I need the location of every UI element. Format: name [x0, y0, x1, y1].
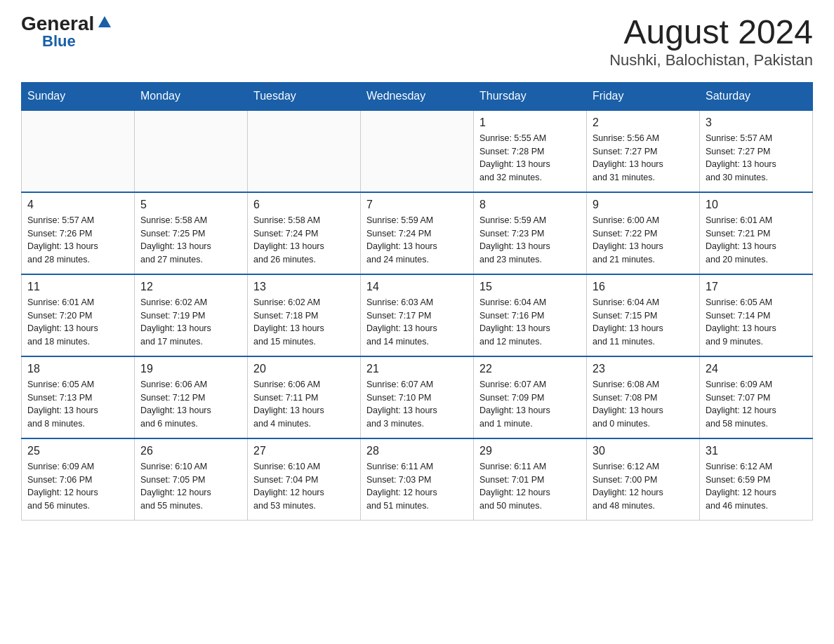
day-number: 19: [140, 363, 241, 375]
day-number: 2: [593, 116, 694, 129]
day-info: Sunrise: 5:58 AMSunset: 7:25 PMDaylight:…: [140, 214, 241, 267]
day-info: Sunrise: 6:09 AMSunset: 7:07 PMDaylight:…: [706, 378, 807, 431]
day-number: 12: [140, 281, 241, 293]
calendar-cell: 9Sunrise: 6:00 AMSunset: 7:22 PMDaylight…: [587, 192, 700, 274]
day-info: Sunrise: 5:57 AMSunset: 7:26 PMDaylight:…: [27, 214, 128, 267]
calendar-cell: [361, 110, 474, 192]
day-info: Sunrise: 6:04 AMSunset: 7:15 PMDaylight:…: [593, 296, 694, 349]
logo: General Blue: [21, 14, 112, 49]
weekday-header-sunday: Sunday: [22, 82, 135, 110]
calendar-header: SundayMondayTuesdayWednesdayThursdayFrid…: [22, 82, 813, 110]
day-number: 21: [366, 363, 468, 375]
calendar-cell: [22, 110, 135, 192]
day-info: Sunrise: 6:06 AMSunset: 7:11 PMDaylight:…: [253, 378, 355, 431]
day-info: Sunrise: 6:07 AMSunset: 7:10 PMDaylight:…: [366, 378, 468, 431]
day-info: Sunrise: 6:05 AMSunset: 7:14 PMDaylight:…: [706, 296, 807, 349]
calendar-cell: 4Sunrise: 5:57 AMSunset: 7:26 PMDaylight…: [22, 192, 135, 274]
calendar-cell: 12Sunrise: 6:02 AMSunset: 7:19 PMDayligh…: [135, 274, 248, 356]
day-info: Sunrise: 6:12 AMSunset: 7:00 PMDaylight:…: [593, 460, 694, 513]
day-number: 11: [27, 281, 128, 293]
calendar-table: SundayMondayTuesdayWednesdayThursdayFrid…: [21, 82, 813, 521]
day-info: Sunrise: 6:12 AMSunset: 6:59 PMDaylight:…: [706, 460, 807, 513]
calendar-cell: 20Sunrise: 6:06 AMSunset: 7:11 PMDayligh…: [248, 356, 361, 438]
calendar-cell: 10Sunrise: 6:01 AMSunset: 7:21 PMDayligh…: [700, 192, 813, 274]
day-number: 13: [253, 281, 355, 293]
day-number: 30: [593, 445, 694, 457]
weekday-header-monday: Monday: [135, 82, 248, 110]
calendar-title: August 2024: [609, 14, 813, 51]
calendar-cell: 11Sunrise: 6:01 AMSunset: 7:20 PMDayligh…: [22, 274, 135, 356]
day-number: 16: [593, 281, 694, 293]
weekday-header-saturday: Saturday: [700, 82, 813, 110]
calendar-cell: 24Sunrise: 6:09 AMSunset: 7:07 PMDayligh…: [700, 356, 813, 438]
day-info: Sunrise: 6:09 AMSunset: 7:06 PMDaylight:…: [27, 460, 128, 513]
calendar-cell: 3Sunrise: 5:57 AMSunset: 7:27 PMDaylight…: [700, 110, 813, 192]
day-info: Sunrise: 6:10 AMSunset: 7:05 PMDaylight:…: [140, 460, 241, 513]
day-info: Sunrise: 5:55 AMSunset: 7:28 PMDaylight:…: [479, 132, 581, 185]
day-info: Sunrise: 6:11 AMSunset: 7:01 PMDaylight:…: [479, 460, 581, 513]
calendar-body: 1Sunrise: 5:55 AMSunset: 7:28 PMDaylight…: [22, 110, 813, 521]
day-info: Sunrise: 6:00 AMSunset: 7:22 PMDaylight:…: [593, 214, 694, 267]
day-info: Sunrise: 6:08 AMSunset: 7:08 PMDaylight:…: [593, 378, 694, 431]
day-number: 9: [593, 199, 694, 211]
page-header: General Blue August 2024 Nushki, Balochi…: [21, 14, 813, 69]
day-number: 23: [593, 363, 694, 375]
calendar-cell: 30Sunrise: 6:12 AMSunset: 7:00 PMDayligh…: [587, 438, 700, 521]
day-number: 8: [479, 199, 581, 211]
calendar-cell: 28Sunrise: 6:11 AMSunset: 7:03 PMDayligh…: [361, 438, 474, 521]
day-number: 18: [27, 363, 128, 375]
calendar-cell: 25Sunrise: 6:09 AMSunset: 7:06 PMDayligh…: [22, 438, 135, 521]
logo-triangle-icon: [97, 15, 112, 30]
day-info: Sunrise: 5:56 AMSunset: 7:27 PMDaylight:…: [593, 132, 694, 185]
calendar-cell: 15Sunrise: 6:04 AMSunset: 7:16 PMDayligh…: [474, 274, 587, 356]
calendar-cell: 27Sunrise: 6:10 AMSunset: 7:04 PMDayligh…: [248, 438, 361, 521]
day-info: Sunrise: 6:05 AMSunset: 7:13 PMDaylight:…: [27, 378, 128, 431]
calendar-cell: 16Sunrise: 6:04 AMSunset: 7:15 PMDayligh…: [587, 274, 700, 356]
day-number: 15: [479, 281, 581, 293]
logo-blue-text: Blue: [42, 34, 76, 49]
weekday-header-row: SundayMondayTuesdayWednesdayThursdayFrid…: [22, 82, 813, 110]
day-info: Sunrise: 5:57 AMSunset: 7:27 PMDaylight:…: [706, 132, 807, 185]
weekday-header-thursday: Thursday: [474, 82, 587, 110]
day-number: 10: [706, 199, 807, 211]
day-number: 3: [706, 116, 807, 129]
calendar-cell: 22Sunrise: 6:07 AMSunset: 7:09 PMDayligh…: [474, 356, 587, 438]
day-number: 24: [706, 363, 807, 375]
calendar-cell: 18Sunrise: 6:05 AMSunset: 7:13 PMDayligh…: [22, 356, 135, 438]
calendar-cell: [248, 110, 361, 192]
day-number: 26: [140, 445, 241, 457]
calendar-cell: 29Sunrise: 6:11 AMSunset: 7:01 PMDayligh…: [474, 438, 587, 521]
day-info: Sunrise: 6:03 AMSunset: 7:17 PMDaylight:…: [366, 296, 468, 349]
svg-marker-0: [98, 16, 111, 27]
calendar-cell: 31Sunrise: 6:12 AMSunset: 6:59 PMDayligh…: [700, 438, 813, 521]
day-info: Sunrise: 6:02 AMSunset: 7:18 PMDaylight:…: [253, 296, 355, 349]
day-info: Sunrise: 6:06 AMSunset: 7:12 PMDaylight:…: [140, 378, 241, 431]
day-number: 27: [253, 445, 355, 457]
day-info: Sunrise: 6:11 AMSunset: 7:03 PMDaylight:…: [366, 460, 468, 513]
calendar-cell: 2Sunrise: 5:56 AMSunset: 7:27 PMDaylight…: [587, 110, 700, 192]
calendar-cell: 14Sunrise: 6:03 AMSunset: 7:17 PMDayligh…: [361, 274, 474, 356]
day-number: 29: [479, 445, 581, 457]
calendar-cell: 19Sunrise: 6:06 AMSunset: 7:12 PMDayligh…: [135, 356, 248, 438]
calendar-cell: 1Sunrise: 5:55 AMSunset: 7:28 PMDaylight…: [474, 110, 587, 192]
calendar-week-row: 11Sunrise: 6:01 AMSunset: 7:20 PMDayligh…: [22, 274, 813, 356]
day-info: Sunrise: 5:59 AMSunset: 7:24 PMDaylight:…: [366, 214, 468, 267]
day-number: 25: [27, 445, 128, 457]
day-number: 5: [140, 199, 241, 211]
day-number: 22: [479, 363, 581, 375]
calendar-cell: 23Sunrise: 6:08 AMSunset: 7:08 PMDayligh…: [587, 356, 700, 438]
calendar-cell: 5Sunrise: 5:58 AMSunset: 7:25 PMDaylight…: [135, 192, 248, 274]
day-info: Sunrise: 5:58 AMSunset: 7:24 PMDaylight:…: [253, 214, 355, 267]
day-number: 4: [27, 199, 128, 211]
day-number: 1: [479, 116, 581, 129]
calendar-cell: 17Sunrise: 6:05 AMSunset: 7:14 PMDayligh…: [700, 274, 813, 356]
calendar-cell: 8Sunrise: 5:59 AMSunset: 7:23 PMDaylight…: [474, 192, 587, 274]
calendar-cell: 7Sunrise: 5:59 AMSunset: 7:24 PMDaylight…: [361, 192, 474, 274]
calendar-week-row: 4Sunrise: 5:57 AMSunset: 7:26 PMDaylight…: [22, 192, 813, 274]
day-number: 20: [253, 363, 355, 375]
day-info: Sunrise: 6:04 AMSunset: 7:16 PMDaylight:…: [479, 296, 581, 349]
logo-general-text: General: [21, 14, 94, 34]
calendar-week-row: 25Sunrise: 6:09 AMSunset: 7:06 PMDayligh…: [22, 438, 813, 521]
day-info: Sunrise: 6:07 AMSunset: 7:09 PMDaylight:…: [479, 378, 581, 431]
calendar-cell: 6Sunrise: 5:58 AMSunset: 7:24 PMDaylight…: [248, 192, 361, 274]
